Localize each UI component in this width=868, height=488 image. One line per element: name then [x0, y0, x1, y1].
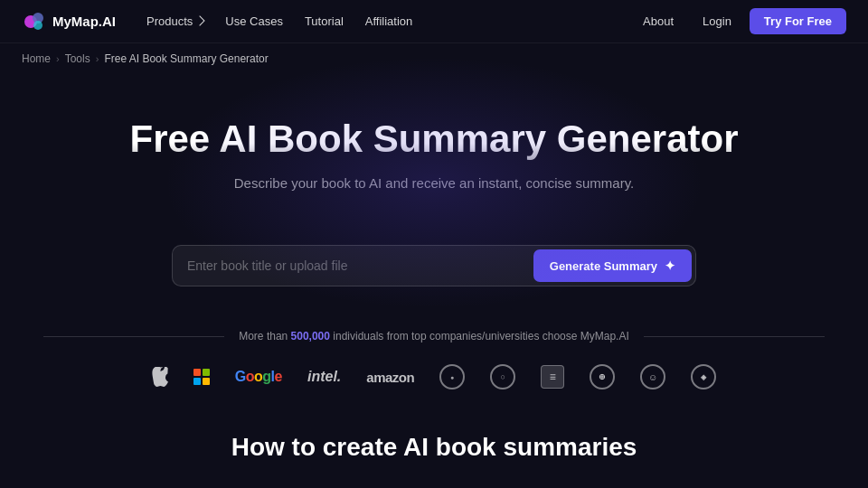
proof-text: More than 500,000 individuals from top c… — [224, 330, 644, 343]
breadcrumb-sep-2: › — [96, 53, 99, 64]
breadcrumb-home[interactable]: Home — [22, 52, 51, 65]
logo[interactable]: MyMap.AI — [22, 9, 116, 34]
nav-use-cases[interactable]: Use Cases — [216, 9, 292, 33]
windows-logo — [193, 369, 210, 385]
breadcrumb-tools[interactable]: Tools — [65, 52, 90, 65]
divider-left — [43, 336, 224, 337]
navbar: MyMap.AI Products Use Cases Tutorial Aff… — [0, 0, 868, 43]
social-proof-line: More than 500,000 individuals from top c… — [22, 330, 846, 343]
nav-left: MyMap.AI Products Use Cases Tutorial Aff… — [22, 9, 421, 34]
svg-point-2 — [33, 21, 42, 30]
breadcrumb-current: Free AI Book Summary Generator — [104, 52, 268, 65]
logo-misc-6: ◈ — [691, 364, 716, 389]
logo-amazon: amazon — [366, 370, 414, 385]
nav-affiliation[interactable]: Affiliation — [356, 9, 422, 33]
logo-misc-5: ☺ — [640, 364, 665, 389]
logo-misc-1: ● — [439, 364, 465, 389]
how-to-section: How to create AI book summaries — [0, 404, 868, 476]
sparkle-icon: ✦ — [665, 258, 675, 273]
hero-subtitle: Describe your book to AI and receive an … — [22, 175, 846, 191]
generate-summary-button[interactable]: Generate Summary ✦ — [533, 249, 692, 282]
login-button[interactable]: Login — [692, 9, 742, 33]
try-for-free-button[interactable]: Try For Free — [750, 8, 846, 34]
search-input[interactable] — [187, 251, 533, 280]
logo-icon — [22, 9, 47, 34]
hero-section: Free AI Book Summary Generator Describe … — [0, 74, 868, 245]
breadcrumb: Home › Tools › Free AI Book Summary Gene… — [0, 43, 868, 74]
generate-label: Generate Summary — [550, 259, 657, 273]
nav-links: Products Use Cases Tutorial Affiliation — [137, 9, 421, 33]
social-proof-section: More than 500,000 individuals from top c… — [0, 301, 868, 404]
logos-row: Google intel. amazon ● ○ ≡ ⊕ ☺ ◈ — [22, 364, 846, 389]
logo-misc-4: ⊕ — [590, 364, 615, 389]
page-title: Free AI Book Summary Generator — [22, 117, 846, 161]
how-to-title: How to create AI book summaries — [22, 433, 846, 462]
logo-misc-2: ○ — [490, 364, 515, 389]
logo-apple — [152, 367, 168, 387]
chevron-down-icon — [195, 15, 205, 25]
search-box: Generate Summary ✦ — [172, 245, 696, 286]
about-button[interactable]: About — [632, 9, 684, 33]
nav-tutorial[interactable]: Tutorial — [296, 9, 353, 33]
logo-intel: intel. — [307, 369, 341, 385]
nav-products[interactable]: Products — [137, 9, 212, 33]
logo-text: MyMap.AI — [52, 14, 116, 29]
logo-microsoft — [193, 369, 210, 385]
logo-misc-3: ≡ — [541, 365, 564, 389]
nav-right: About Login Try For Free — [632, 8, 846, 34]
divider-right — [644, 336, 825, 337]
logo-google: Google — [235, 369, 282, 385]
proof-number: 500,000 — [291, 330, 330, 343]
breadcrumb-sep-1: › — [56, 53, 60, 64]
search-section: Generate Summary ✦ — [0, 245, 868, 286]
